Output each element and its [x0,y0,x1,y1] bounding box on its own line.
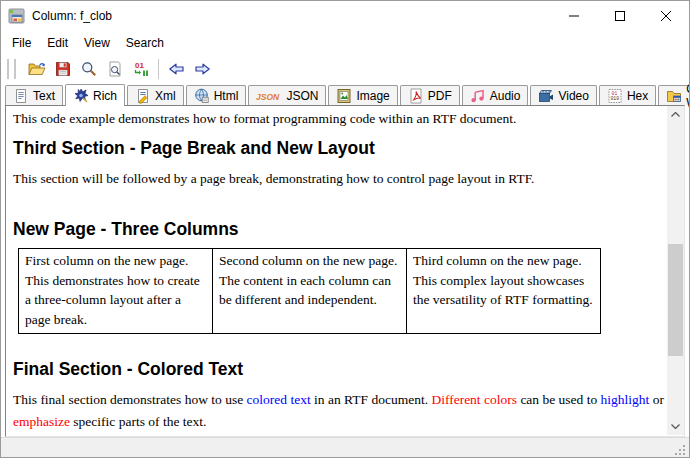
text-segment: emphasize [13,414,70,429]
close-icon [661,11,671,21]
tab-xml[interactable]: Xml [127,85,184,105]
print-preview-button[interactable] [103,57,127,81]
tab-json[interactable]: JSON JSON [248,85,326,105]
tab-label: Rich [93,89,117,103]
text-segment: can be used to [517,392,601,407]
toolbar-grip[interactable] [5,59,9,79]
tab-open-with[interactable]: Open With [658,85,690,105]
paragraph: This code example demonstrates how to fo… [13,110,664,128]
film-clapper-icon [538,88,554,104]
tab-label: Audio [490,89,521,103]
text-segment: This final section demonstrates how to u… [13,392,247,407]
table-cell-3: Third column on the new page. This compl… [406,249,600,334]
chevron-up-icon [671,112,680,117]
save-button[interactable] [51,57,75,81]
tab-label: JSON [286,89,318,103]
tab-label: Open With [686,82,690,110]
maximize-button[interactable] [597,1,643,31]
view-tabs: Text Rich Xml Html JSON JSON Image PDF A [1,83,689,105]
svg-text:01: 01 [612,91,618,96]
three-column-table: First column on the new page. This demon… [18,248,601,334]
window-title: Column: f_clob [32,9,112,23]
open-with-folder-icon [666,88,682,104]
image-icon [336,88,352,104]
vertical-scrollbar[interactable] [667,106,684,435]
page-preview-icon [107,61,123,77]
scroll-up-button[interactable] [667,106,684,123]
text-segment: Different colors [431,392,517,407]
table-cell-1: First column on the new page. This demon… [19,249,213,334]
tab-pdf[interactable]: PDF [400,85,460,105]
text-document-icon [13,88,29,104]
tab-hex[interactable]: 01010 Hex [599,85,656,105]
toolbar-grip-2[interactable] [12,59,16,79]
xml-document-icon [135,88,151,104]
resize-grip-icon[interactable] [674,442,686,454]
toolbar-separator [158,59,159,79]
menu-search[interactable]: Search [118,33,172,53]
back-arrow-icon [167,61,186,77]
open-folder-icon [28,61,47,77]
table-row: First column on the new page. This demon… [19,249,601,334]
svg-text:01: 01 [135,61,144,70]
text-segment: or [649,392,664,407]
title-bar[interactable]: Column: f_clob [1,1,689,31]
tab-label: Html [214,89,239,103]
text-segment: highlight [601,392,650,407]
rich-text-icon [73,88,89,104]
window-controls [551,1,689,31]
tab-image[interactable]: Image [328,85,397,105]
hex-binary-icon: 01010 [607,88,623,104]
toolbar: 01 [1,54,689,83]
table-cell-2: Second column on the new page. The conte… [212,249,406,334]
tab-label: Video [558,89,588,103]
tab-video[interactable]: Video [530,85,596,105]
zoom-button[interactable] [77,57,101,81]
pdf-icon [408,88,424,104]
tab-text[interactable]: Text [5,85,63,105]
toggle-data-format-button[interactable]: 01 [129,57,153,81]
section-heading: New Page - Three Columns [13,219,664,239]
app-icon [8,8,25,24]
chevron-down-icon [671,424,680,429]
svg-text:010: 010 [610,96,619,101]
svg-text:JSON: JSON [256,91,280,101]
tab-label: PDF [428,89,452,103]
tab-rich[interactable]: Rich [65,84,125,106]
menu-bar: File Edit View Search [1,31,689,54]
tab-label: Text [33,89,55,103]
minimize-icon [569,11,579,21]
navigate-forward-button[interactable] [190,57,214,81]
tab-audio[interactable]: Audio [462,85,529,105]
navigate-back-button[interactable] [164,57,188,81]
binary-toggle-icon: 01 [133,61,149,77]
scroll-down-button[interactable] [667,418,684,435]
menu-edit[interactable]: Edit [39,33,76,53]
tab-label: Xml [155,89,176,103]
tab-label: Image [356,89,389,103]
forward-arrow-icon [193,61,212,77]
minimize-button[interactable] [551,1,597,31]
maximize-icon [615,11,625,21]
section-heading: Final Section - Colored Text [13,359,664,379]
json-icon: JSON [256,88,282,104]
close-button[interactable] [643,1,689,31]
colored-paragraph: This final section demonstrates how to u… [13,389,664,433]
tab-label: Hex [627,89,648,103]
text-segment: colored text [247,392,311,407]
paragraph: This section will be followed by a page … [13,170,664,188]
text-segment: in an RTF document. [311,392,432,407]
music-note-icon [470,88,486,104]
menu-file[interactable]: File [4,33,39,53]
scrollbar-thumb[interactable] [668,244,683,356]
globe-icon [194,88,210,104]
floppy-disk-icon [55,61,71,77]
menu-view[interactable]: View [76,33,118,53]
rtf-document[interactable]: This code example demonstrates how to fo… [7,106,666,435]
rich-view-panel: This code example demonstrates how to fo… [5,105,685,437]
magnifier-icon [81,61,97,77]
app-window: Column: f_clob File Edit View Search [0,0,690,458]
section-heading: Third Section - Page Break and New Layou… [13,138,664,158]
tab-html[interactable]: Html [186,85,247,105]
open-file-button[interactable] [25,57,49,81]
